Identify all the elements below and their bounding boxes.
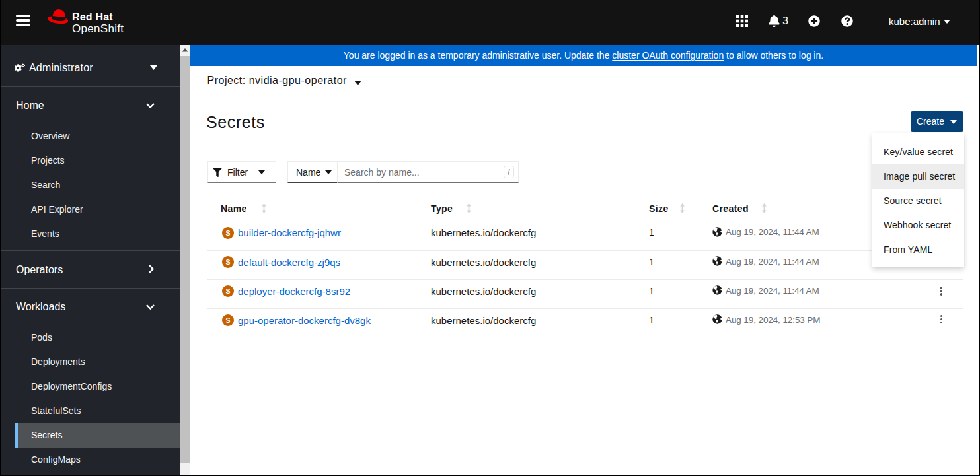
svg-text:Red Hat: Red Hat [72,11,113,22]
svg-text:OpenShift: OpenShift [72,22,124,35]
